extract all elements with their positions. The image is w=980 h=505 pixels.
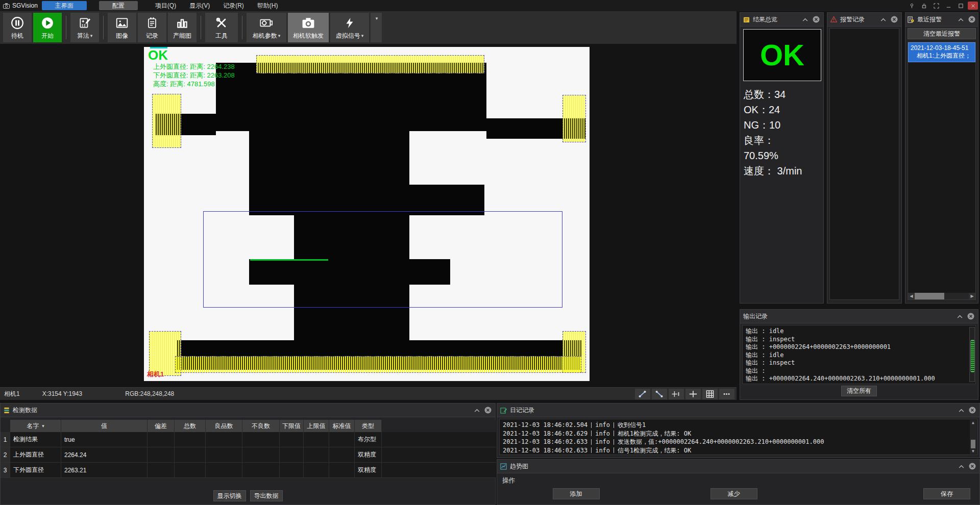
- scroll-left-icon[interactable]: ◀: [908, 293, 915, 299]
- close-icon[interactable]: [967, 312, 975, 320]
- virtual-signal-button[interactable]: 虚拟信号▾: [330, 13, 369, 42]
- close-icon[interactable]: [968, 2, 978, 10]
- start-button[interactable]: 开始: [33, 13, 62, 42]
- save-button[interactable]: 保存: [923, 488, 970, 499]
- maximize-icon[interactable]: [955, 2, 966, 10]
- row-number: 1: [1, 432, 10, 447]
- camera-soft-trigger-button[interactable]: 相机软触发: [288, 13, 329, 42]
- clear-recent-alarms-button[interactable]: 清空最近报警: [908, 28, 976, 39]
- export-data-button[interactable]: 导出数据: [250, 490, 283, 501]
- collapse-icon[interactable]: [957, 406, 965, 414]
- log-lines-area[interactable]: 2021-12-03 18:46:02.504info收到信号1 2021-12…: [499, 419, 977, 455]
- standby-button[interactable]: 待机: [3, 13, 32, 42]
- cell-good: [206, 463, 242, 478]
- minimize-icon[interactable]: [943, 2, 953, 10]
- caliper-tool-2-icon[interactable]: [652, 389, 667, 399]
- more-tools-icon[interactable]: •••: [719, 389, 734, 399]
- cell-lower: [280, 432, 304, 447]
- column-header-name[interactable]: 名字▾: [10, 420, 61, 432]
- trend-panel: 趋势图 操作 添加 减少 保存: [497, 459, 980, 505]
- tools-button[interactable]: 工具: [205, 13, 238, 42]
- camera-params-button[interactable]: 相机参数▾: [247, 13, 286, 42]
- window-controls: [906, 2, 980, 10]
- reduce-button[interactable]: 减少: [710, 488, 757, 499]
- add-button[interactable]: 添加: [553, 488, 600, 499]
- scrollbar-thumb[interactable]: [915, 293, 944, 299]
- scroll-down-icon[interactable]: ▼: [972, 448, 974, 454]
- menu-record[interactable]: 记录(R): [223, 2, 244, 10]
- fullscreen-icon[interactable]: [931, 2, 941, 10]
- scroll-up-icon[interactable]: ▲: [972, 420, 974, 425]
- measure-region-bottom[interactable]: [175, 356, 581, 373]
- cell-type: 布尔型: [355, 432, 382, 447]
- data-list-icon: [4, 407, 10, 414]
- recent-alarm-list[interactable]: 2021-12-03-18-45-51 相机1:上外圆直径； ◀ ▶: [908, 42, 976, 300]
- close-icon[interactable]: [968, 462, 976, 470]
- close-icon[interactable]: [968, 406, 976, 414]
- clear-all-button[interactable]: 清空所有: [841, 386, 877, 396]
- scrollbar-thumb[interactable]: [970, 340, 975, 372]
- collapse-icon[interactable]: [879, 15, 887, 23]
- throughput-chart-button[interactable]: 产能图: [168, 13, 197, 42]
- column-header-value[interactable]: 值: [61, 420, 148, 432]
- toggle-display-button[interactable]: 显示切换: [213, 490, 246, 501]
- alarm-list-area[interactable]: [829, 28, 899, 300]
- column-header-standard[interactable]: 标准值: [329, 420, 355, 432]
- menu-display[interactable]: 显示(V): [189, 2, 210, 10]
- close-icon[interactable]: [968, 15, 976, 23]
- alarm-list-item[interactable]: 2021-12-03-18-45-51 相机1:上外圆直径；: [908, 42, 975, 62]
- app-title: SGVision: [12, 2, 38, 9]
- collapse-icon[interactable]: [955, 312, 964, 320]
- vertical-scrollbar[interactable]: ▲ ▼: [970, 420, 976, 454]
- log-time: 2021-12-03 18:46:02.629: [503, 430, 587, 438]
- close-icon[interactable]: [812, 15, 820, 23]
- toolbar-overflow-button[interactable]: ▾: [371, 13, 382, 42]
- column-label: 类型: [362, 422, 374, 431]
- menu-help[interactable]: 帮助(H): [257, 2, 278, 10]
- record-button[interactable]: 记录: [138, 13, 166, 42]
- pin-icon[interactable]: [906, 2, 917, 10]
- lock-icon[interactable]: [919, 2, 929, 10]
- image-button[interactable]: 图像: [108, 13, 136, 42]
- column-header-bad[interactable]: 不良数: [242, 420, 280, 432]
- caliper-tool-icon[interactable]: [635, 389, 650, 399]
- crosshair-plus-one-icon[interactable]: [669, 389, 684, 399]
- column-header-total[interactable]: 总数: [175, 420, 206, 432]
- alarm-item-time: 2021-12-03-18-45-51: [911, 44, 973, 52]
- algorithm-button[interactable]: 算法▾: [70, 13, 99, 42]
- table-row[interactable]: 2 上外圆直径 2264.24 双精度: [1, 447, 496, 463]
- scroll-right-icon[interactable]: ▶: [969, 293, 975, 299]
- close-icon[interactable]: [484, 406, 492, 414]
- table-row[interactable]: 3 下外圆直径 2263.21 双精度: [1, 463, 496, 478]
- output-line: 输出 : idle: [746, 351, 972, 360]
- tab-config[interactable]: 配置: [99, 1, 138, 10]
- output-lines-area[interactable]: 输出 : idle 输出 : inspect 输出 : +0000002264+…: [742, 325, 976, 384]
- crosshair-icon[interactable]: [685, 389, 701, 399]
- close-icon[interactable]: [890, 15, 898, 23]
- measure-region-left[interactable]: [152, 94, 181, 148]
- collapse-icon[interactable]: [473, 406, 481, 414]
- measure-region-right[interactable]: [562, 95, 586, 142]
- collapse-icon[interactable]: [957, 15, 965, 23]
- filter-icon[interactable]: ▾: [42, 423, 44, 428]
- camera-image-view[interactable]: OK 上外圆直径: 距离: 2264.238 下外圆直径: 距离: 2263.2…: [144, 47, 590, 381]
- horizontal-scrollbar[interactable]: ◀ ▶: [908, 293, 975, 299]
- tab-main-screen[interactable]: 主界面: [42, 1, 87, 10]
- scrollbar-thumb[interactable]: [971, 440, 975, 448]
- measure-region-top[interactable]: [256, 55, 484, 73]
- log-panel-title: 日记记录: [510, 406, 534, 415]
- menu-project[interactable]: 项目(Q): [155, 2, 176, 10]
- vertical-scrollbar[interactable]: [969, 327, 975, 382]
- collapse-icon[interactable]: [957, 462, 965, 470]
- image-icon: [115, 15, 129, 31]
- collapse-icon[interactable]: [801, 15, 809, 23]
- table-row[interactable]: 1 检测结果 true 布尔型: [1, 432, 496, 447]
- column-header-good[interactable]: 良品数: [206, 420, 242, 432]
- output-line: 输出 : inspect: [746, 359, 972, 367]
- column-header-lower-limit[interactable]: 下限值: [280, 420, 304, 432]
- column-header-upper-limit[interactable]: 上限值: [304, 420, 329, 432]
- column-header-type[interactable]: 类型: [355, 420, 382, 432]
- measure-line: [250, 259, 328, 261]
- column-header-deviation[interactable]: 偏差: [148, 420, 175, 432]
- grid-icon[interactable]: [702, 389, 718, 399]
